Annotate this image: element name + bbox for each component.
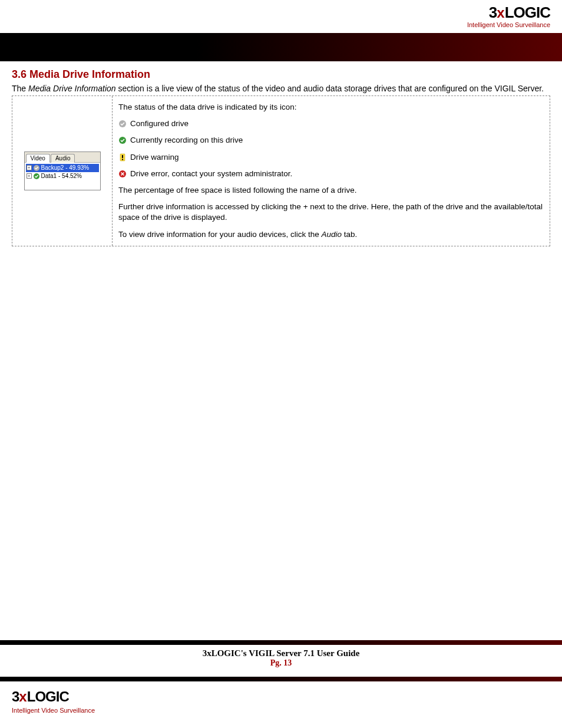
drive-list: + Backup2 - 49.93% + Data1 - 54.52%	[25, 163, 100, 190]
percent-text: The percentage of free space is listed f…	[118, 185, 546, 196]
intro-rest: section is a live view of the status of …	[116, 84, 544, 93]
footer-brand-logo: 3xLOGIC Intelligent Video Surveillance	[12, 689, 95, 714]
footer-text: 3xLOGIC's VIGIL Server 7.1 User Guide Pg…	[0, 648, 562, 668]
tab-video[interactable]: Video	[26, 154, 50, 163]
configured-drive-icon	[33, 164, 40, 172]
drive-row-label: Data1 - 54.52%	[41, 172, 82, 180]
legend-row-warning: Drive warning	[118, 152, 546, 163]
recording-drive-icon	[33, 173, 40, 180]
legend-label: Currently recording on this drive	[130, 135, 243, 146]
recording-drive-icon	[118, 136, 127, 144]
expand-icon[interactable]: +	[27, 165, 32, 170]
svg-rect-5	[122, 155, 123, 158]
audio-text-pre: To view drive information for your audio…	[118, 230, 321, 239]
legend-row-error: Drive error, contact your system adminis…	[118, 169, 546, 179]
brand-logo: 3xLOGIC Intelligent Video Surveillance	[467, 5, 550, 28]
footer-guide-title: 3xLOGIC's VIGIL Server 7.1 User Guide	[0, 648, 562, 658]
brand-logo-text: 3xLOGIC	[12, 689, 69, 704]
header-band	[0, 33, 562, 61]
brand-logo-suffix: LOGIC	[27, 689, 69, 704]
status-intro-text: The status of the data drive is indicate…	[118, 102, 546, 113]
svg-rect-6	[122, 159, 123, 160]
legend-label: Drive error, contact your system adminis…	[130, 169, 292, 179]
footer-page-number: Pg. 13	[0, 658, 562, 668]
expand-icon[interactable]: +	[27, 173, 32, 179]
drive-panel-screenshot: Video Audio + Backup2 - 49.93% + Data1 -…	[24, 151, 101, 190]
brand-logo-x: x	[497, 5, 504, 21]
drive-row[interactable]: + Data1 - 54.52%	[26, 172, 99, 180]
brand-logo-prefix: 3	[12, 689, 19, 704]
audio-tab-text: To view drive information for your audio…	[118, 229, 546, 240]
brand-tagline: Intelligent Video Surveillance	[12, 707, 95, 714]
tab-audio[interactable]: Audio	[51, 154, 75, 163]
audio-text-post: tab.	[342, 230, 357, 239]
intro-italic: Media Drive Information	[28, 84, 116, 93]
footer-band-bottom	[0, 677, 562, 681]
further-info-text: Further drive information is accessed by…	[118, 202, 546, 223]
brand-tagline: Intelligent Video Surveillance	[467, 21, 550, 28]
intro-lead: The	[12, 84, 28, 93]
info-table: Video Audio + Backup2 - 49.93% + Data1 -…	[12, 95, 550, 246]
section-heading: 3.6 Media Drive Information	[12, 68, 550, 81]
drive-tabs: Video Audio	[25, 152, 100, 163]
legend-row-configured: Configured drive	[118, 118, 546, 129]
error-drive-icon	[118, 170, 127, 178]
drive-row[interactable]: + Backup2 - 49.93%	[26, 164, 99, 172]
drive-row-label: Backup2 - 49.93%	[41, 164, 90, 172]
header: 3xLOGIC Intelligent Video Surveillance	[0, 0, 562, 33]
brand-logo-prefix: 3	[489, 4, 497, 21]
info-table-left: Video Audio + Backup2 - 49.93% + Data1 -…	[12, 96, 113, 246]
content: 3.6 Media Drive Information The Media Dr…	[12, 68, 550, 246]
audio-text-ital: Audio	[321, 230, 342, 239]
info-table-right: The status of the data drive is indicate…	[113, 96, 550, 246]
configured-drive-icon	[118, 120, 127, 128]
footer-band-top	[0, 640, 562, 645]
warning-drive-icon	[118, 153, 127, 162]
legend-label: Configured drive	[130, 118, 189, 129]
brand-logo-suffix: LOGIC	[505, 4, 550, 21]
legend-label: Drive warning	[130, 152, 179, 163]
brand-logo-x: x	[19, 689, 27, 704]
brand-logo-text: 3xLOGIC	[489, 4, 550, 21]
section-intro: The Media Drive Information section is a…	[12, 83, 550, 94]
legend-row-recording: Currently recording on this drive	[118, 135, 546, 146]
